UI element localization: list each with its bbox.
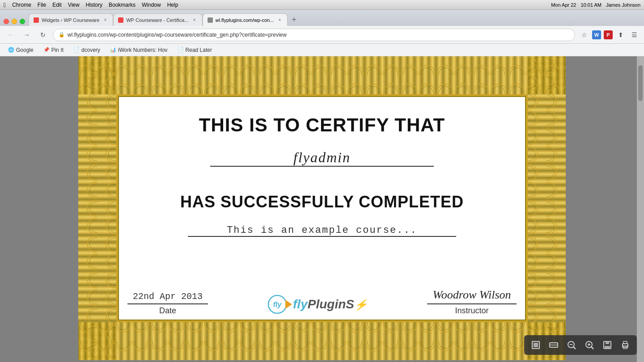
bookmark-icon-readlater: 📄 xyxy=(178,47,184,53)
pdf-zoom-in-button[interactable] xyxy=(582,338,597,352)
back-button[interactable]: ← xyxy=(4,29,17,41)
menu-icon[interactable]: ☰ xyxy=(629,29,640,40)
bookmark-icon-iwork: 📊 xyxy=(110,47,116,53)
menu-bookmarks[interactable]: Bookmarks xyxy=(109,2,136,8)
certificate-page: THIS IS TO CERTIFY THAT flyadmin HAS SUC… xyxy=(78,56,566,360)
bookmark-readlater[interactable]: 📄 Read Later xyxy=(174,46,216,54)
menubar-time: 10:01 AM xyxy=(580,2,601,8)
new-tab-button[interactable]: + xyxy=(288,13,300,26)
logo-fly-text: fly xyxy=(293,297,308,311)
cert-date-section: 22nd Apr 2013 Date xyxy=(127,291,208,316)
svg-rect-2 xyxy=(78,56,566,94)
bookmark-icon-google: 🌐 xyxy=(8,47,14,53)
menubar:  Chrome File Edit View History Bookmark… xyxy=(0,0,644,10)
cert-signature: Woodrow Wilson xyxy=(427,288,517,304)
pinterest-icon[interactable]: P xyxy=(604,30,613,39)
menu-history[interactable]: History xyxy=(86,2,102,8)
scrollbar-thumb[interactable] xyxy=(638,65,643,101)
cert-instructor-label: Instructor xyxy=(455,306,488,316)
pdf-fit-width-button[interactable] xyxy=(547,338,561,352)
svg-rect-16 xyxy=(534,343,538,347)
bookmark-label-pinit: Pin It xyxy=(51,47,64,53)
svg-text:fly: fly xyxy=(273,301,282,308)
certificate-footer: 22nd Apr 2013 Date fly flyPluginS⚡ xyxy=(127,288,517,316)
bookmark-dcovery[interactable]: 📄 dcovery xyxy=(70,46,104,54)
cert-course-container: This is an example course... xyxy=(188,225,456,237)
window-close[interactable] xyxy=(4,19,9,24)
tab-close-1[interactable]: × xyxy=(191,17,198,23)
svg-line-25 xyxy=(591,347,593,349)
tab-1[interactable]: WP Courseware - Certifica... × xyxy=(113,13,202,26)
tab-label-1: WP Courseware - Certifica... xyxy=(126,17,188,23)
tab-favicon-2 xyxy=(208,17,213,23)
cert-subtitle: HAS SUCCESSFULLY COMPLETED xyxy=(180,193,464,211)
pdf-print-button[interactable] xyxy=(618,338,632,352)
tab-label-2: wl.flyplugins.com/wp-con... xyxy=(216,17,274,23)
svg-marker-14 xyxy=(285,300,292,309)
logo-plugins-text: PluginS xyxy=(308,297,354,311)
cert-date-label: Date xyxy=(159,306,176,316)
window-minimize[interactable] xyxy=(12,19,17,24)
menu-window[interactable]: Window xyxy=(142,2,161,8)
extensions-icon[interactable]: W xyxy=(592,30,601,39)
svg-rect-11 xyxy=(528,56,566,360)
tab-favicon-0 xyxy=(34,17,39,23)
bookmark-label-iwork: iWork Numbers: Hov xyxy=(118,47,167,53)
bookmark-label-readlater: Read Later xyxy=(186,47,212,53)
menu-help[interactable]: Help xyxy=(167,2,178,8)
window-maximize[interactable] xyxy=(20,19,25,24)
address-bar[interactable]: 🔒 wl.flyplugins.com/wp-content/plugins/w… xyxy=(53,29,575,41)
pdf-zoom-out-button[interactable] xyxy=(564,338,579,352)
cert-title: THIS IS TO CERTIFY THAT xyxy=(199,114,445,136)
pdf-fit-page-button[interactable] xyxy=(529,338,543,352)
vertical-scrollbar[interactable] xyxy=(637,56,644,362)
pdf-save-button[interactable] xyxy=(600,338,614,352)
cert-recipient-name: flyadmin xyxy=(210,149,434,166)
tab-2[interactable]: wl.flyplugins.com/wp-con... × xyxy=(203,13,288,26)
bookmark-iwork[interactable]: 📊 iWork Numbers: Hov xyxy=(106,46,171,54)
navigation-toolbar: ← → ↻ 🔒 wl.flyplugins.com/wp-content/plu… xyxy=(0,26,644,44)
menu-view[interactable]: View xyxy=(68,2,80,8)
svg-rect-28 xyxy=(605,346,610,349)
svg-line-21 xyxy=(573,347,576,349)
tab-favicon-1 xyxy=(118,17,123,23)
content-area: THIS IS TO CERTIFY THAT flyadmin HAS SUC… xyxy=(0,56,644,362)
cert-date-value: 22nd Apr 2013 xyxy=(127,291,208,304)
bookmark-pinit[interactable]: 📌 Pin It xyxy=(40,46,67,54)
logo-bolt-icon: ⚡ xyxy=(354,299,368,311)
bookmark-label-google: Google xyxy=(16,47,34,53)
tab-0[interactable]: Widgets ‹ WP Courseware × xyxy=(29,13,113,26)
apple-menu[interactable]:  xyxy=(4,1,6,8)
url-text: wl.flyplugins.com/wp-content/plugins/wp-… xyxy=(68,32,569,38)
tab-close-0[interactable]: × xyxy=(102,17,108,23)
svg-rect-27 xyxy=(606,341,609,344)
menu-file[interactable]: File xyxy=(38,2,46,8)
pdf-viewer-toolbar xyxy=(524,335,637,355)
certificate-content: THIS IS TO CERTIFY THAT flyadmin HAS SUC… xyxy=(127,101,517,316)
tab-close-2[interactable]: × xyxy=(276,17,283,23)
menubar-user: James Johnson xyxy=(606,2,640,8)
share-icon[interactable]: ⬆ xyxy=(615,29,626,40)
reload-button[interactable]: ↻ xyxy=(37,29,49,41)
chrome-window: Widgets ‹ WP Courseware × WP Courseware … xyxy=(0,10,644,362)
bookmark-label-dcovery: dcovery xyxy=(81,47,100,53)
bookmark-icon-dcovery: 📄 xyxy=(73,47,80,53)
bookmark-icon-pinit: 📌 xyxy=(43,47,50,53)
bookmark-google[interactable]: 🌐 Google xyxy=(4,46,37,54)
cert-logo: fly flyPluginS⚡ xyxy=(267,293,368,316)
menubar-date: Mon Apr 22 xyxy=(551,2,576,8)
bookmark-star-icon[interactable]: ☆ xyxy=(579,29,589,40)
svg-rect-5 xyxy=(78,322,566,360)
fly-logo-icon: fly xyxy=(267,293,292,316)
tab-bar: Widgets ‹ WP Courseware × WP Courseware … xyxy=(0,10,644,26)
svg-rect-30 xyxy=(623,341,627,344)
cert-instructor-section: Woodrow Wilson Instructor xyxy=(427,288,517,316)
svg-rect-8 xyxy=(78,56,116,360)
tab-label-0: Widgets ‹ WP Courseware xyxy=(42,17,99,23)
menu-edit[interactable]: Edit xyxy=(52,2,62,8)
cert-course-name: This is an example course... xyxy=(188,225,456,236)
bookmarks-bar: 🌐 Google 📌 Pin It 📄 dcovery 📊 iWork Numb… xyxy=(0,44,644,56)
forward-button[interactable]: → xyxy=(21,29,33,41)
cert-name-container: flyadmin xyxy=(210,149,434,167)
menu-chrome[interactable]: Chrome xyxy=(12,2,31,8)
